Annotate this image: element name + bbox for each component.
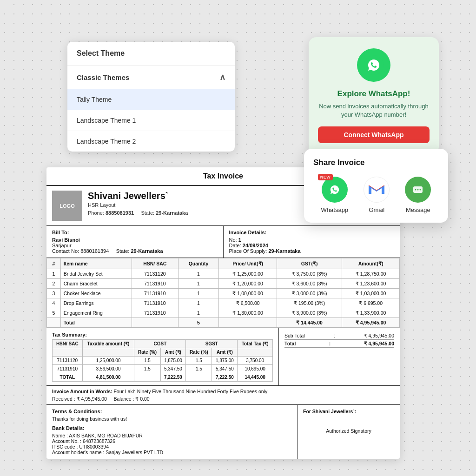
share-gmail-icon-wrap <box>364 177 390 203</box>
tax-summary-section: Tax Summary: HSN/ SAC Taxable amount (₹)… <box>46 328 279 385</box>
invoice-details-section: Invoice Details: No: 1 Date: 24/09/2024 … <box>224 226 400 258</box>
theme-panel-title: Select Theme <box>67 42 235 66</box>
classic-themes-label: Classic Themes <box>77 73 129 81</box>
svg-point-5 <box>417 189 419 191</box>
svg-point-4 <box>415 189 416 191</box>
table-row: 1Bridal Jewelry Set711311201₹ 1,25,000.0… <box>47 269 400 279</box>
share-whatsapp-label: Whatsapp <box>321 206 349 213</box>
table-row: 2Charm Bracelet711319101₹ 1,20,000.00₹ 3… <box>47 279 400 289</box>
place-of-supply: Place Of Supply: 29-Karnataka <box>229 248 395 254</box>
invoice-no: No: 1 <box>229 237 395 243</box>
share-message-icon-wrap <box>405 177 431 203</box>
whatsapp-logo-icon <box>364 55 383 75</box>
totals-section: Sub Total : ₹ 4,95,945.00 Total : ₹ 4,95… <box>279 328 400 385</box>
terms-conditions-section: Terms & Conditions: Thanks for doing bus… <box>46 405 298 459</box>
customer-name: Ravi Bisnoi <box>52 237 218 243</box>
theme-item-landscape1[interactable]: Landscape Theme 1 <box>67 110 235 131</box>
share-whatsapp-icon-wrap: NEW <box>322 177 348 203</box>
theme-item-landscape2[interactable]: Landscape Theme 2 <box>67 131 235 152</box>
share-gmail-label: Gmail <box>369 206 384 213</box>
share-options-container: NEW Whatsapp Gmail <box>313 177 439 213</box>
share-whatsapp-option[interactable]: NEW Whatsapp <box>321 177 349 213</box>
business-info: Shivani Jewellers` HSR Layout Phone: 888… <box>88 191 188 217</box>
gmail-icon <box>369 184 384 196</box>
col-gst: GST(₹) <box>277 258 342 269</box>
connect-whatsapp-button[interactable]: Connect WhatsApp <box>318 126 430 143</box>
whatsapp-icon-circle <box>357 48 390 82</box>
whatsapp-share-icon <box>327 182 342 197</box>
table-row: 3Choker Necklace711319101₹ 1,00,000.00₹ … <box>47 289 400 298</box>
table-row: 5Engagement Ring711319101₹ 1,30,000.00₹ … <box>47 308 400 318</box>
tax-table: HSN/ SAC Taxable amount (₹) CGST SGST To… <box>52 339 273 382</box>
share-panel-title: Share Invoice <box>313 158 439 167</box>
share-invoice-panel: Share Invoice NEW Whatsapp <box>304 149 448 223</box>
authorized-signatory: Authorized Signatory <box>303 428 394 434</box>
whatsapp-card-desc: Now send invoices automatically through … <box>318 102 430 119</box>
svg-point-6 <box>420 189 421 191</box>
new-badge: NEW <box>318 174 333 180</box>
col-qty: Quantity <box>178 258 219 269</box>
business-phone: Phone: 8885081931 State: 29-Karnataka <box>88 209 188 217</box>
chevron-up-icon: ∧ <box>219 72 225 82</box>
customer-contact: Contact No: 8880161394 State: 29-Karnata… <box>52 248 218 254</box>
total-row: Total : ₹ 4,95,945.00 <box>284 339 394 348</box>
col-item: Item name <box>60 258 132 269</box>
whatsapp-promo-card: Explore WhatsApp! Now send invoices auto… <box>309 37 439 154</box>
theme-panel: Select Theme Classic Themes ∧ Tally Them… <box>67 42 235 152</box>
tax-total-row: TOTAL4,81,500.007,222.507,222.5014,445.0… <box>53 373 273 382</box>
logo-box: LOGO <box>52 191 82 221</box>
bottom-section: Tax Summary: HSN/ SAC Taxable amount (₹)… <box>46 328 400 385</box>
classic-themes-section[interactable]: Classic Themes ∧ <box>67 66 235 89</box>
tax-row: 711319103,56,500.001.55,347.501.55,347.5… <box>53 365 273 373</box>
share-message-option[interactable]: Message <box>405 177 431 213</box>
customer-city: Sarjapur <box>52 243 218 248</box>
signatory-section: For Shivani Jewellers`: Authorized Signa… <box>298 405 400 459</box>
share-message-icon <box>405 177 431 203</box>
business-name: Shivani Jewellers` <box>88 191 188 201</box>
business-address: HSR Layout <box>88 201 188 209</box>
subtotal-row: Sub Total : ₹ 4,95,945.00 <box>284 332 394 339</box>
share-gmail-icon <box>364 177 390 203</box>
col-hsn: HSN/ SAC <box>132 258 178 269</box>
theme-item-tally[interactable]: Tally Theme <box>67 89 235 110</box>
table-total-row: Total5₹ 14,445.00₹ 4,95,945.00 <box>47 318 400 328</box>
col-amount: Amount(₹) <box>342 258 400 269</box>
share-gmail-option[interactable]: Gmail <box>364 177 390 213</box>
table-row: 4Drop Earrings711319101₹ 6,500.00₹ 195.0… <box>47 298 400 308</box>
invoice-words-section: Invoice Amount in Words: Four Lakh Ninet… <box>46 385 400 404</box>
tax-row: 711311201,25,000.001.51,875.001.51,875.0… <box>53 357 273 365</box>
invoice-date: Date: 24/09/2024 <box>229 243 395 248</box>
terms-bank-row: Terms & Conditions: Thanks for doing bus… <box>46 404 400 459</box>
message-icon <box>410 182 425 197</box>
bill-invoice-details-row: Bill To: Ravi Bisnoi Sarjapur Contact No… <box>46 226 400 258</box>
col-price: Price/ Unit(₹) <box>219 258 277 269</box>
share-message-label: Message <box>406 206 430 213</box>
bill-to-section: Bill To: Ravi Bisnoi Sarjapur Contact No… <box>46 226 224 258</box>
whatsapp-card-title: Explore WhatsApp! <box>318 89 430 99</box>
col-no: # <box>47 258 61 269</box>
share-whatsapp-icon <box>322 177 348 203</box>
invoice-items-table: # Item name HSN/ SAC Quantity Price/ Uni… <box>46 258 400 328</box>
